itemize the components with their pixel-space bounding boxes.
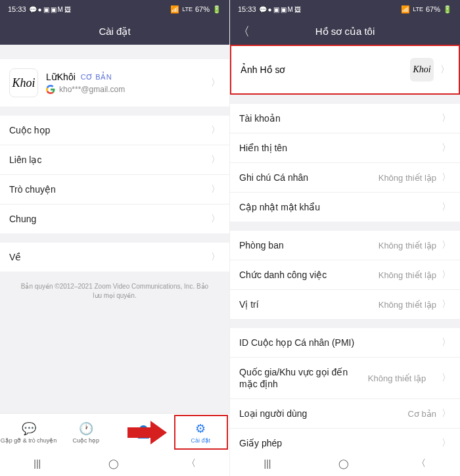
item-license[interactable]: Giấy phép 〉 xyxy=(230,429,460,451)
tab-contacts[interactable]: 👤 xyxy=(115,414,172,451)
tab-meetings[interactable]: 🕐 Cuộc họp xyxy=(57,414,114,451)
chevron-right-icon: 〉 xyxy=(442,372,451,384)
item-pmi[interactable]: ID Cuộc họp Cá nhân (PMI) 〉 xyxy=(230,328,460,358)
nav-back[interactable]: 〈 xyxy=(417,458,426,469)
profile-email: kho***@gmail.com xyxy=(59,85,125,94)
chevron-right-icon: 〉 xyxy=(211,213,220,225)
item-update-password[interactable]: Cập nhật mật khẩu 〉 xyxy=(230,193,460,222)
status-time: 15:33 xyxy=(238,5,256,13)
status-notif-icons: 💬●▣▣M🖼 xyxy=(259,6,301,13)
signal-icon: 📶 xyxy=(170,5,179,14)
chevron-right-icon: 〉 xyxy=(442,408,451,419)
chevron-right-icon: 〉 xyxy=(442,142,451,154)
status-notif-icons: 💬●▣▣M🖼 xyxy=(29,6,71,13)
item-location[interactable]: Vị trí Không thiết lập 〉 xyxy=(230,290,460,319)
status-time: 15:33 xyxy=(8,5,26,13)
phone-left-screen: 15:33 💬●▣▣M🖼 📶 LTE 67% 🔋 Cài đặt Khoi Lữ… xyxy=(0,0,230,476)
avatar-small: Khoi xyxy=(410,58,434,82)
chevron-right-icon: 〉 xyxy=(442,337,451,348)
status-bar: 15:33 💬●▣▣M🖼 📶 LTE 67% 🔋 xyxy=(0,0,229,18)
chevron-right-icon: 〉 xyxy=(440,64,449,76)
menu-item-about[interactable]: Về 〉 xyxy=(0,243,229,272)
status-bar: 15:33 💬●▣▣M🖼 📶 LTE 67% 🔋 xyxy=(230,0,460,18)
photo-label: Ảnh Hồ sơ xyxy=(241,64,410,75)
menu-item-meeting[interactable]: Cuộc họp 〉 xyxy=(0,116,229,145)
phone-right-screen: 15:33 💬●▣▣M🖼 📶 LTE 67% 🔋 〈 Hồ sơ của tôi… xyxy=(230,0,460,476)
nav-recent[interactable]: ||| xyxy=(264,458,271,469)
back-button[interactable]: 〈 xyxy=(238,24,250,39)
chevron-right-icon: 〉 xyxy=(442,172,451,183)
chevron-right-icon: 〉 xyxy=(442,269,451,281)
header-left: Cài đặt xyxy=(0,18,229,45)
item-personal-note[interactable]: Ghi chú Cá nhân Không thiết lập 〉 xyxy=(230,163,460,193)
battery-text: 67% xyxy=(195,5,210,13)
nav-home[interactable]: ◯ xyxy=(338,458,349,469)
chevron-right-icon: 〉 xyxy=(442,112,451,124)
menu-item-general[interactable]: Chung 〉 xyxy=(0,204,229,233)
copyright-text: Bản quyền ©2012–2021 Zoom Video Communic… xyxy=(0,272,229,311)
menu-item-chat[interactable]: Trò chuyện 〉 xyxy=(0,175,229,204)
android-navbar: ||| ◯ 〈 xyxy=(230,451,460,476)
battery-icon: 🔋 xyxy=(443,5,452,14)
chevron-right-icon: 〉 xyxy=(442,239,451,251)
menu-item-contacts[interactable]: Liên lạc 〉 xyxy=(0,145,229,175)
chevron-right-icon: 〉 xyxy=(442,201,451,213)
nav-back[interactable]: 〈 xyxy=(187,458,196,469)
item-department[interactable]: Phòng ban Không thiết lập 〉 xyxy=(230,231,460,260)
item-default-region[interactable]: Quốc gia/Khu vực gọi đến mặc định Không … xyxy=(230,358,460,399)
chevron-right-icon: 〉 xyxy=(211,183,220,195)
chevron-right-icon: 〉 xyxy=(211,124,220,136)
item-display-name[interactable]: Hiển thị tên 〉 xyxy=(230,133,460,163)
clock-icon: 🕐 xyxy=(79,421,93,436)
chevron-right-icon: 〉 xyxy=(211,77,220,89)
tab-chat[interactable]: 💬 Gặp gỡ & trò chuyện xyxy=(0,414,57,451)
battery-text: 67% xyxy=(426,5,440,13)
avatar: Khoi xyxy=(9,68,38,97)
lte-icon: LTE xyxy=(182,6,193,12)
profile-photo-row[interactable]: Ảnh Hồ sơ Khoi 〉 xyxy=(231,46,459,93)
profile-row[interactable]: Khoi LữKhôi CƠ BẢN kho***@gmail.com 〉 xyxy=(0,59,229,107)
item-job-title[interactable]: Chức danh công việc Không thiết lập 〉 xyxy=(230,260,460,290)
profile-info: LữKhôi CƠ BẢN kho***@gmail.com xyxy=(46,72,211,94)
highlight-box xyxy=(174,415,228,450)
page-title: Hồ sơ của tôi xyxy=(315,26,375,37)
nav-home[interactable]: ◯ xyxy=(108,458,119,469)
page-title: Cài đặt xyxy=(99,26,130,37)
chevron-right-icon: 〉 xyxy=(211,154,220,166)
google-icon xyxy=(46,85,55,94)
chat-icon: 💬 xyxy=(22,421,36,436)
chevron-right-icon: 〉 xyxy=(211,251,220,263)
chevron-right-icon: 〉 xyxy=(442,298,451,310)
plan-badge: CƠ BẢN xyxy=(81,73,112,82)
item-account[interactable]: Tài khoản 〉 xyxy=(230,104,460,133)
lte-icon: LTE xyxy=(413,6,423,12)
tabbar: 💬 Gặp gỡ & trò chuyện 🕐 Cuộc họp 👤 ⚙ Cài… xyxy=(0,413,229,451)
nav-recent[interactable]: ||| xyxy=(34,458,41,469)
item-user-type[interactable]: Loại người dùng Cơ bản 〉 xyxy=(230,399,460,429)
chevron-right-icon: 〉 xyxy=(442,437,451,449)
header-right: 〈 Hồ sơ của tôi xyxy=(230,18,460,45)
profile-name: LữKhôi xyxy=(46,72,76,82)
android-navbar: ||| ◯ 〈 xyxy=(0,451,229,476)
signal-icon: 📶 xyxy=(401,5,410,14)
highlight-box-photo: Ảnh Hồ sơ Khoi 〉 xyxy=(230,45,460,95)
contacts-icon: 👤 xyxy=(136,425,150,439)
battery-icon: 🔋 xyxy=(212,5,221,14)
